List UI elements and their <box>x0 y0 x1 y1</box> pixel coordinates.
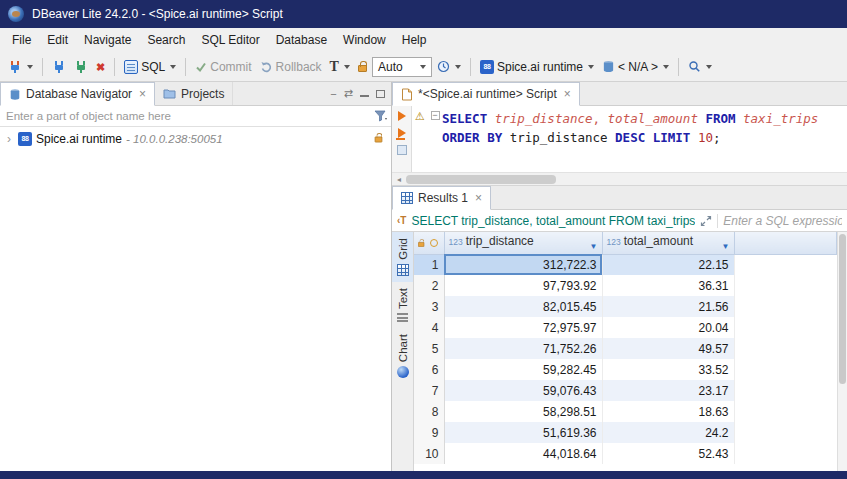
column-header-trip-distance[interactable]: 123trip_distance <box>444 232 602 254</box>
grid-vertical-scrollbar[interactable] <box>837 232 847 471</box>
commit-button[interactable]: Commit <box>192 58 254 76</box>
code-area[interactable]: SELECT trip_distance, total_amount FROM … <box>442 106 847 172</box>
table-row[interactable]: 2 97,793.92 36.31 <box>414 275 837 296</box>
cell-total-amount[interactable]: 21.56 <box>602 296 734 317</box>
tree-item-connection[interactable]: 88 Spice.ai runtime - 10.0.0.238:50051 <box>0 129 391 148</box>
column-header-total-amount[interactable]: 123total_amount <box>602 232 734 254</box>
tab-database-navigator[interactable]: Database Navigator <box>0 82 155 106</box>
cell-total-amount[interactable]: 49.57 <box>602 338 734 359</box>
cell-trip-distance[interactable]: 59,282.45 <box>444 359 602 380</box>
scrollbar-thumb[interactable] <box>406 175 556 184</box>
row-number[interactable]: 7 <box>414 380 444 401</box>
cell-total-amount[interactable]: 20.04 <box>602 317 734 338</box>
cell-trip-distance[interactable]: 82,015.45 <box>444 296 602 317</box>
execute-script-icon[interactable] <box>398 128 406 138</box>
table-row[interactable]: 7 59,076.43 23.17 <box>414 380 837 401</box>
row-number[interactable]: 9 <box>414 422 444 443</box>
close-icon[interactable] <box>139 89 146 99</box>
table-row[interactable]: 5 71,752.26 49.57 <box>414 338 837 359</box>
menu-search[interactable]: Search <box>139 30 193 50</box>
minimize-view-icon[interactable] <box>360 90 369 97</box>
scrollbar-thumb[interactable] <box>839 234 846 384</box>
filter-funnel-icon[interactable] <box>374 110 388 122</box>
row-number[interactable]: 4 <box>414 317 444 338</box>
new-connection-button[interactable] <box>5 58 36 76</box>
sql-editor-button[interactable]: SQL <box>121 58 179 76</box>
close-icon[interactable] <box>475 193 482 203</box>
table-row[interactable]: 1 312,722.3 22.15 <box>414 254 837 275</box>
explain-plan-icon[interactable] <box>397 145 407 155</box>
expand-panel-icon[interactable] <box>700 215 712 227</box>
cell-trip-distance[interactable]: 51,619.36 <box>444 422 602 443</box>
table-row[interactable]: 9 51,619.36 24.2 <box>414 422 837 443</box>
cell-total-amount[interactable]: 36.31 <box>602 275 734 296</box>
connect-button[interactable] <box>49 58 69 76</box>
row-number[interactable]: 3 <box>414 296 444 317</box>
menu-edit[interactable]: Edit <box>39 30 76 50</box>
tab-sql-script[interactable]: *<Spice.ai runtime> Script <box>392 82 580 106</box>
cell-total-amount[interactable]: 33.52 <box>602 359 734 380</box>
connection-selector[interactable]: 88 Spice.ai runtime <box>477 58 597 76</box>
tab-text-view[interactable]: Text <box>392 282 413 328</box>
table-row[interactable]: 4 72,975.97 20.04 <box>414 317 837 338</box>
close-icon[interactable] <box>564 89 571 99</box>
editor-horizontal-scrollbar[interactable] <box>392 172 847 186</box>
rollback-button[interactable]: Rollback <box>257 58 325 76</box>
cell-trip-distance[interactable]: 58,298.51 <box>444 401 602 422</box>
row-number[interactable]: 6 <box>414 359 444 380</box>
grid-corner-cell[interactable] <box>414 232 444 254</box>
filter-expression-input[interactable]: Enter a SQL expression to filter results <box>723 214 842 228</box>
menu-database[interactable]: Database <box>268 30 335 50</box>
tab-results-1[interactable]: Results 1 <box>392 186 491 210</box>
row-number[interactable]: 10 <box>414 443 444 464</box>
fold-collapse-icon[interactable] <box>431 111 440 120</box>
sort-desc-icon[interactable] <box>590 238 598 252</box>
tab-grid-view[interactable]: Grid <box>392 232 413 282</box>
cell-total-amount[interactable]: 22.15 <box>602 254 734 275</box>
cell-total-amount[interactable]: 18.63 <box>602 401 734 422</box>
table-row[interactable]: 6 59,282.45 33.52 <box>414 359 837 380</box>
autocommit-lock-button[interactable] <box>355 59 370 74</box>
search-button[interactable] <box>685 58 715 75</box>
transaction-log-button[interactable] <box>434 58 464 75</box>
cell-total-amount[interactable]: 23.17 <box>602 380 734 401</box>
menu-navigate[interactable]: Navigate <box>76 30 139 50</box>
dropdown-caret-icon <box>706 65 712 69</box>
invalidate-connection-button[interactable] <box>71 58 91 76</box>
row-number[interactable]: 8 <box>414 401 444 422</box>
cell-trip-distance[interactable]: 44,018.64 <box>444 443 602 464</box>
table-row[interactable]: 8 58,298.51 18.63 <box>414 401 837 422</box>
menu-sql-editor[interactable]: SQL Editor <box>193 30 267 50</box>
cell-trip-distance[interactable]: 97,793.92 <box>444 275 602 296</box>
collapse-all-icon[interactable]: − <box>330 88 336 100</box>
cell-total-amount[interactable]: 24.2 <box>602 422 734 443</box>
maximize-view-icon[interactable] <box>376 90 385 98</box>
tab-projects[interactable]: Projects <box>155 82 233 105</box>
row-number[interactable]: 2 <box>414 275 444 296</box>
schema-selector[interactable]: < N/A > <box>599 58 672 76</box>
scroll-left-icon[interactable] <box>392 175 406 184</box>
execute-statement-icon[interactable] <box>398 111 406 121</box>
cell-trip-distance[interactable]: 72,975.97 <box>444 317 602 338</box>
cell-trip-distance[interactable]: 71,752.26 <box>444 338 602 359</box>
object-filter-input[interactable] <box>2 110 374 122</box>
cell-trip-distance[interactable]: 59,076.43 <box>444 380 602 401</box>
cell-total-amount[interactable]: 52.43 <box>602 443 734 464</box>
tx-mode-combo[interactable]: Auto <box>372 57 432 77</box>
row-number[interactable]: 5 <box>414 338 444 359</box>
table-row[interactable]: 10 44,018.64 52.43 <box>414 443 837 464</box>
menu-window[interactable]: Window <box>335 30 394 50</box>
disconnect-button[interactable]: ✖ <box>93 59 108 75</box>
tab-chart-view[interactable]: Chart <box>392 328 413 384</box>
table-row[interactable]: 3 82,015.45 21.56 <box>414 296 837 317</box>
link-editor-icon[interactable]: ⇄ <box>344 87 353 100</box>
code-line-1[interactable]: SELECT trip_distance, total_amount FROM … <box>442 109 847 128</box>
expand-chevron-icon[interactable] <box>4 132 14 146</box>
code-line-2[interactable]: ORDER BY trip_distance DESC LIMIT 10; <box>442 128 847 147</box>
transaction-mode-button[interactable]: T <box>327 58 353 76</box>
menu-file[interactable]: File <box>4 30 39 50</box>
cell-trip-distance[interactable]: 312,722.3 <box>444 254 602 275</box>
menu-help[interactable]: Help <box>394 30 435 50</box>
row-number[interactable]: 1 <box>414 254 444 275</box>
sort-desc-icon[interactable] <box>722 238 730 252</box>
